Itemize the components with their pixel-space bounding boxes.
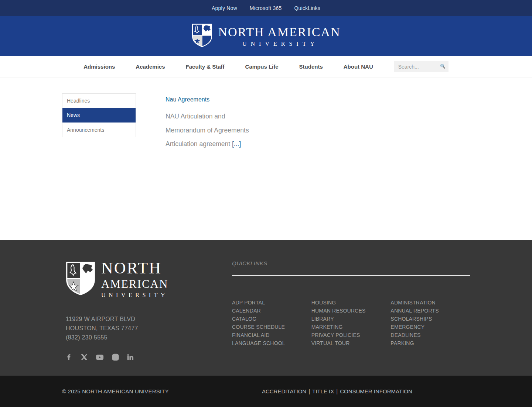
nav-item-students[interactable]: Students [299,63,323,70]
footer-logo: NORTH AMERICAN UNIVERSITY [66,260,232,298]
social-links [66,353,232,361]
quicklinks-column-3: ADMINISTRATION ANNUAL REPORTS SCHOLARSHI… [391,299,470,347]
footer-logo-line1: NORTH [101,260,168,276]
main-navigation: Admissions Academics Faculty & Staff Cam… [0,56,532,77]
nav-item-admissions[interactable]: Admissions [83,63,115,70]
separator: | [336,388,338,394]
quicklinks-heading: QUICKLINKS [232,260,470,266]
copyright-text: © 2025 NORTH AMERICAN UNIVERSITY [62,388,169,394]
phone-number: (832) 230 5555 [66,333,232,342]
apply-now-link[interactable]: Apply Now [212,5,237,11]
footer-link-marketing[interactable]: MARKETING [311,323,391,331]
search-submit-button[interactable] [440,63,446,70]
excerpt-line: Articulation agreement [...] [166,141,249,148]
consumer-information-link[interactable]: CONSUMER INFORMATION [340,388,412,394]
footer-link-calendar[interactable]: CALENDAR [232,307,311,315]
read-more-link[interactable]: [...] [232,140,241,148]
footer-link-annual-reports[interactable]: ANNUAL REPORTS [391,307,470,315]
news-sidebar-menu: Headlines News Announcements [62,93,136,137]
footer-link-scholarships[interactable]: SCHOLARSHIPS [391,315,470,323]
footer-link-financial-aid[interactable]: FINANCIAL AID [232,331,311,339]
quicklinks-column-1: ADP PORTAL CALENDAR CATALOG COURSE SCHED… [232,299,311,347]
address-street: 11929 W AIRPORT BLVD [66,314,232,324]
footer-link-administration[interactable]: ADMINISTRATION [391,299,470,307]
footer-link-course-schedule[interactable]: COURSE SCHEDULE [232,323,311,331]
utility-topbar: Apply Now Microsoft 365 QuickLinks [0,0,532,16]
article-title-link[interactable]: Nau Agreements [166,96,209,103]
site-header: NORTH AMERICAN UNIVERSITY [0,16,532,56]
footer-link-library[interactable]: LIBRARY [311,315,391,323]
separator: | [308,388,310,394]
page-content: Headlines News Announcements Nau Agreeme… [62,77,470,240]
nav-item-faculty-staff[interactable]: Faculty & Staff [186,63,225,70]
footer-shield-icon [66,262,95,297]
nav-item-about-nau[interactable]: About NAU [344,63,373,70]
footer-link-parking[interactable]: PARKING [391,339,470,347]
excerpt-line: NAU Articulation and [166,113,249,120]
nav-item-academics[interactable]: Academics [136,63,165,70]
footer-quicklinks-block: QUICKLINKS ADP PORTAL CALENDAR CATALOG C… [232,260,470,361]
article-area: Nau Agreements NAU Articulation and Memo… [166,93,249,240]
site-footer: NORTH AMERICAN UNIVERSITY 11929 W AIRPOR… [0,240,532,376]
footer-logo-line3: UNIVERSITY [101,292,168,298]
footer-link-adp-portal[interactable]: ADP PORTAL [232,299,311,307]
logo-wordmark-line2: UNIVERSITY [218,41,340,47]
facebook-icon[interactable] [66,353,73,361]
sidebar-item-announcements[interactable]: Announcements [62,123,136,137]
search-icon [440,63,446,70]
search-input[interactable] [398,64,440,70]
footer-link-housing[interactable]: HOUSING [311,299,391,307]
accreditation-link[interactable]: ACCREDITATION [262,388,306,394]
instagram-icon[interactable] [112,353,119,361]
footer-link-virtual-tour[interactable]: VIRTUAL TOUR [311,339,391,347]
footer-logo-line2: AMERICAN [101,278,168,290]
quicklinks-column-2: HOUSING HUMAN RESOURCES LIBRARY MARKETIN… [311,299,391,347]
excerpt-line: Memorandum of Agreements [166,127,249,134]
footer-address: 11929 W AIRPORT BLVD HOUSTON, TEXAS 7747… [66,314,232,342]
legal-links: ACCREDITATION | TITLE IX | CONSUMER INFO… [262,388,412,394]
footer-contact-block: NORTH AMERICAN UNIVERSITY 11929 W AIRPOR… [62,260,232,361]
sidebar-item-headlines[interactable]: Headlines [62,94,136,108]
logo-wordmark-line1: NORTH AMERICAN [218,26,340,38]
university-logo[interactable]: NORTH AMERICAN UNIVERSITY [191,24,340,49]
footer-link-privacy-policies[interactable]: PRIVACY POLICIES [311,331,391,339]
excerpt-text: Articulation agreement [166,140,230,148]
quicklinks-link[interactable]: QuickLinks [294,5,320,11]
microsoft-365-link[interactable]: Microsoft 365 [250,5,282,11]
university-shield-icon [191,24,213,49]
x-twitter-icon[interactable] [81,353,88,361]
quicklinks-divider [232,275,470,276]
address-city: HOUSTON, TEXAS 77477 [66,324,232,333]
footer-link-deadlines[interactable]: DEADLINES [391,331,470,339]
youtube-icon[interactable] [95,353,104,361]
footer-link-human-resources[interactable]: HUMAN RESOURCES [311,307,391,315]
copyright-bar: © 2025 NORTH AMERICAN UNIVERSITY ACCREDI… [0,376,532,407]
article-excerpt: NAU Articulation and Memorandum of Agree… [166,113,249,148]
sidebar-item-news[interactable]: News [62,108,136,123]
title-ix-link[interactable]: TITLE IX [312,388,334,394]
footer-link-emergency[interactable]: EMERGENCY [391,323,470,331]
linkedin-icon[interactable] [127,353,134,361]
nav-item-campus-life[interactable]: Campus Life [245,63,279,70]
footer-link-catalog[interactable]: CATALOG [232,315,311,323]
footer-link-language-school[interactable]: LANGUAGE SCHOOL [232,339,311,347]
search-box [394,61,449,72]
